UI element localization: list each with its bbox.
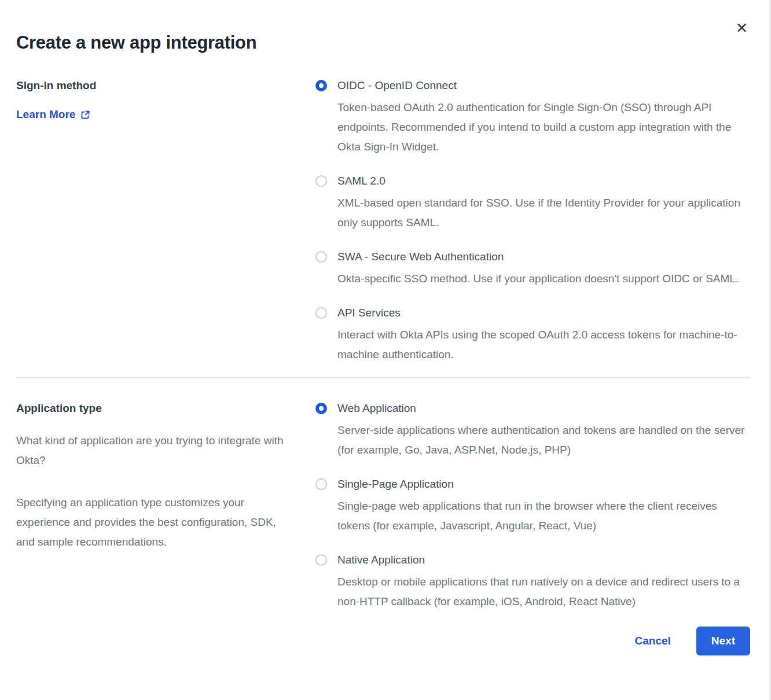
radio-option-native-application[interactable]: Native Application Desktop or mobile app… bbox=[315, 553, 750, 611]
signin-method-heading: Sign-in method bbox=[16, 79, 304, 93]
radio-saml[interactable] bbox=[315, 175, 327, 187]
dialog-footer: Cancel Next bbox=[0, 627, 771, 655]
close-icon: ✕ bbox=[736, 20, 748, 36]
application-type-intro: What kind of application are you trying … bbox=[16, 431, 294, 470]
radio-api-services[interactable] bbox=[315, 307, 327, 319]
option-label-api-services: API Services bbox=[337, 306, 750, 320]
cancel-button[interactable]: Cancel bbox=[632, 634, 674, 648]
learn-more-link[interactable]: Learn More bbox=[16, 108, 90, 121]
external-link-icon bbox=[80, 110, 90, 120]
radio-oidc[interactable] bbox=[315, 80, 327, 91]
option-desc-swa: Okta-specific SSO method. Use if your ap… bbox=[337, 269, 750, 289]
learn-more-label: Learn More bbox=[16, 108, 75, 121]
option-desc-web-application: Server-side applications where authentic… bbox=[337, 421, 750, 460]
radio-swa[interactable] bbox=[315, 251, 327, 263]
radio-option-single-page-application[interactable]: Single-Page Application Single-page web … bbox=[315, 477, 750, 536]
application-type-section: Application type What kind of applicatio… bbox=[0, 401, 771, 611]
option-desc-oidc: Token-based OAuth 2.0 authentication for… bbox=[337, 98, 750, 157]
create-app-integration-dialog: ✕ Create a new app integration Sign-in m… bbox=[0, 0, 771, 700]
option-label-single-page-application: Single-Page Application bbox=[337, 477, 750, 491]
radio-web-application[interactable] bbox=[315, 403, 327, 414]
signin-method-options: OIDC - OpenID Connect Token-based OAuth … bbox=[315, 79, 750, 364]
option-label-native-application: Native Application bbox=[337, 553, 750, 567]
radio-option-oidc[interactable]: OIDC - OpenID Connect Token-based OAuth … bbox=[315, 79, 750, 157]
radio-native-application[interactable] bbox=[315, 554, 327, 566]
signin-method-left-column: Sign-in method Learn More bbox=[16, 79, 315, 364]
radio-option-swa[interactable]: SWA - Secure Web Authentication Okta-spe… bbox=[315, 250, 750, 289]
option-desc-single-page-application: Single-page web applications that run in… bbox=[337, 496, 750, 536]
radio-option-saml[interactable]: SAML 2.0 XML-based open standard for SSO… bbox=[315, 174, 750, 233]
radio-option-api-services[interactable]: API Services Interact with Okta APIs usi… bbox=[315, 306, 750, 364]
close-button[interactable]: ✕ bbox=[735, 20, 749, 36]
application-type-options: Web Application Server-side applications… bbox=[315, 401, 750, 611]
radio-single-page-application[interactable] bbox=[315, 478, 327, 490]
radio-option-web-application[interactable]: Web Application Server-side applications… bbox=[315, 401, 750, 460]
option-label-web-application: Web Application bbox=[337, 401, 750, 415]
option-desc-api-services: Interact with Okta APIs using the scoped… bbox=[337, 325, 750, 364]
option-desc-native-application: Desktop or mobile applications that run … bbox=[337, 572, 750, 611]
page-title: Create a new app integration bbox=[0, 0, 771, 53]
option-desc-saml: XML-based open standard for SSO. Use if … bbox=[337, 193, 750, 233]
next-button[interactable]: Next bbox=[696, 627, 750, 655]
option-label-swa: SWA - Secure Web Authentication bbox=[337, 250, 750, 264]
signin-method-section: Sign-in method Learn More OIDC - OpenID … bbox=[0, 79, 771, 364]
option-label-oidc: OIDC - OpenID Connect bbox=[337, 79, 750, 93]
application-type-note: Specifying an application type customize… bbox=[16, 493, 294, 552]
option-label-saml: SAML 2.0 bbox=[337, 174, 750, 188]
application-type-left-column: Application type What kind of applicatio… bbox=[16, 401, 315, 611]
application-type-heading: Application type bbox=[16, 401, 304, 415]
section-divider bbox=[16, 377, 750, 378]
